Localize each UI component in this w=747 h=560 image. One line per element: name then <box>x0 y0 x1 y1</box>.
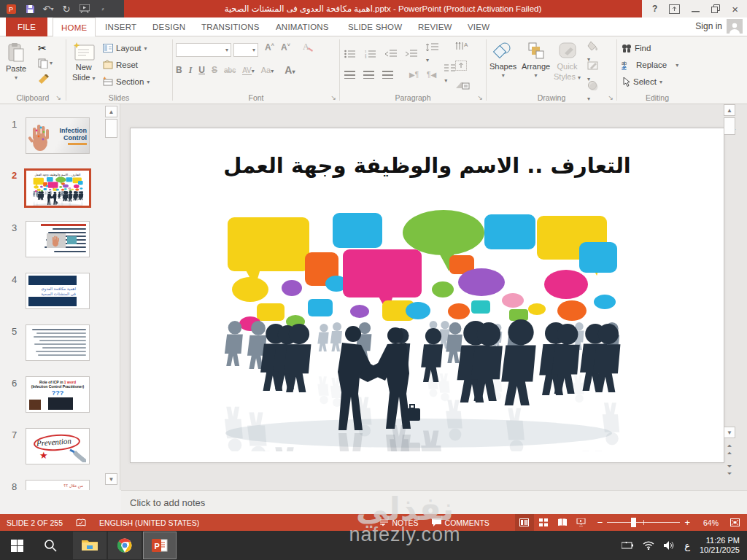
font-size-combo[interactable]: ▾ <box>233 43 258 57</box>
zoom-slider[interactable] <box>607 522 680 523</box>
clipboard-dialog-launcher[interactable]: ↘ <box>55 94 61 101</box>
notes-toggle[interactable]: NOTES <box>374 514 425 531</box>
font-name-combo[interactable]: ▾ <box>176 43 231 57</box>
tab-insert[interactable]: INSERT <box>97 18 144 36</box>
input-language-indicator[interactable]: ع <box>684 540 690 551</box>
tab-transitions[interactable]: TRANSITIONS <box>193 18 268 36</box>
strikethrough-button[interactable]: S <box>212 65 217 75</box>
panel-scroll-thumb[interactable] <box>105 119 117 138</box>
panel-scroll-down-icon[interactable]: ▼ <box>105 473 117 485</box>
shapes-button[interactable]: Shapes▾ <box>489 42 516 79</box>
copy-icon[interactable] <box>38 58 48 69</box>
taskbar-clock[interactable]: 11:26 PM 10/21/2025 <box>700 536 740 555</box>
tab-design[interactable]: DESIGN <box>144 18 193 36</box>
next-slide-button[interactable]: ⏷⏷ <box>724 463 735 478</box>
main-scroll-up-icon[interactable]: ▲ <box>724 104 735 116</box>
main-scroll-thumb[interactable] <box>724 117 735 135</box>
arrange-button[interactable]: Arrange▾ <box>522 42 550 79</box>
tab-review[interactable]: REVIEW <box>410 18 460 36</box>
new-slide-button[interactable]: New Slide ▾ <box>72 42 96 82</box>
main-scrollbar[interactable]: ▲ ▼ ⏶⏶ ⏷⏷ <box>724 104 735 490</box>
spellcheck-icon[interactable] <box>69 514 93 531</box>
zoom-slider-thumb[interactable] <box>631 518 636 527</box>
taskbar-powerpoint-icon[interactable]: P <box>143 532 177 559</box>
copy-dropdown[interactable]: ▾ <box>50 60 53 66</box>
font-color-button[interactable]: A▾ <box>285 64 295 76</box>
taskbar-search-icon[interactable] <box>34 531 67 560</box>
line-spacing-icon[interactable]: ▾ <box>426 43 439 65</box>
panel-scroll-up-icon[interactable]: ▲ <box>105 106 117 117</box>
find-button[interactable]: Find <box>622 41 651 55</box>
section-button[interactable]: Section▾ <box>103 74 150 89</box>
text-direction-button[interactable]: A <box>455 41 470 51</box>
restore-icon[interactable] <box>711 4 720 13</box>
decrease-indent-icon[interactable] <box>385 50 397 58</box>
bullets-icon[interactable] <box>344 50 356 58</box>
underline-button[interactable]: U <box>198 65 205 75</box>
reading-view-button[interactable] <box>553 514 572 531</box>
align-left-icon[interactable] <box>344 71 355 79</box>
comments-toggle[interactable]: COMMENTS <box>425 514 496 531</box>
slide-indicator[interactable]: SLIDE 2 OF 255 <box>0 514 69 531</box>
save-icon[interactable] <box>24 3 36 15</box>
shrink-font-button[interactable]: A˅ <box>281 42 290 52</box>
taskbar-chrome-icon[interactable] <box>108 532 142 559</box>
slide-sorter-view-button[interactable] <box>534 514 553 531</box>
tab-slideshow[interactable]: SLIDE SHOW <box>340 18 410 36</box>
numbering-icon[interactable]: 123 <box>365 50 376 58</box>
subscript-button[interactable]: abc <box>224 66 236 74</box>
taskbar-file-explorer-icon[interactable] <box>73 532 107 559</box>
ribbon-display-options-icon[interactable] <box>669 4 680 14</box>
zoom-out-button[interactable]: − <box>591 514 603 531</box>
undo-icon[interactable]: ↶▾ <box>42 3 54 15</box>
slide-canvas[interactable]: التعارف .. الاسم والوظيفة وجهة العمل <box>130 128 724 463</box>
ltr-direction-icon[interactable]: ▶¶ <box>409 71 419 79</box>
start-slideshow-icon[interactable] <box>79 3 90 15</box>
notes-pane[interactable]: Click to add notes <box>121 490 747 514</box>
character-spacing-button[interactable]: AV▾ <box>242 66 255 74</box>
increase-indent-icon[interactable] <box>406 50 417 58</box>
select-button[interactable]: Select▾ <box>622 74 662 89</box>
language-indicator[interactable]: ENGLISH (UNITED STATES) <box>93 514 206 531</box>
tab-view[interactable]: VIEW <box>460 18 498 36</box>
drawing-dialog-launcher[interactable]: ↘ <box>608 94 614 101</box>
previous-slide-button[interactable]: ⏶⏶ <box>724 443 735 457</box>
align-right-icon[interactable] <box>382 71 393 79</box>
replace-button[interactable]: abac Replace▾ <box>622 58 678 72</box>
align-text-button[interactable] <box>455 61 468 71</box>
tab-animations[interactable]: ANIMATIONS <box>268 18 337 36</box>
sign-in-button[interactable]: Sign in <box>695 19 743 34</box>
bold-button[interactable]: B <box>176 65 182 75</box>
convert-smartart-button[interactable] <box>455 80 470 90</box>
slideshow-view-button[interactable] <box>572 514 591 531</box>
slides-panel-scrollbar[interactable]: ▲ ▼ <box>105 106 117 488</box>
zoom-level[interactable]: 64% <box>697 514 725 531</box>
paragraph-dialog-launcher[interactable]: ↘ <box>477 94 483 101</box>
columns-icon[interactable]: ▾ <box>444 64 456 85</box>
close-icon[interactable]: × <box>732 3 738 15</box>
customize-quick-access-icon[interactable]: ⸗ <box>97 3 109 15</box>
minimize-icon[interactable] <box>692 5 700 13</box>
battery-icon[interactable] <box>622 542 633 549</box>
clear-formatting-icon[interactable]: A <box>303 42 314 52</box>
rtl-direction-icon[interactable]: ¶◀ <box>427 71 436 79</box>
quick-styles-button[interactable]: Quick Styles ▾ <box>554 42 581 81</box>
zoom-in-button[interactable]: + <box>684 514 697 531</box>
cut-icon[interactable]: ✂ <box>38 42 47 54</box>
font-dialog-launcher[interactable]: ↘ <box>330 94 336 101</box>
reset-button[interactable]: Reset <box>103 58 138 72</box>
help-icon[interactable]: ? <box>652 4 657 14</box>
redo-icon[interactable]: ↻ <box>61 3 72 15</box>
volume-icon[interactable] <box>664 541 675 550</box>
tab-file[interactable]: FILE <box>6 18 47 36</box>
fit-to-window-button[interactable] <box>725 514 744 531</box>
normal-view-button[interactable] <box>515 514 534 531</box>
change-case-button[interactable]: Aa▾ <box>261 66 274 74</box>
main-scroll-down-icon[interactable]: ▼ <box>724 427 735 438</box>
start-button[interactable] <box>0 531 34 560</box>
grow-font-button[interactable]: A˄ <box>265 42 274 52</box>
align-center-icon[interactable] <box>363 71 374 79</box>
paste-button[interactable]: Paste ▾ <box>6 42 26 81</box>
slide-title[interactable]: التعارف .. الاسم والوظيفة وجهة العمل <box>131 153 724 178</box>
format-painter-icon[interactable] <box>38 74 50 85</box>
